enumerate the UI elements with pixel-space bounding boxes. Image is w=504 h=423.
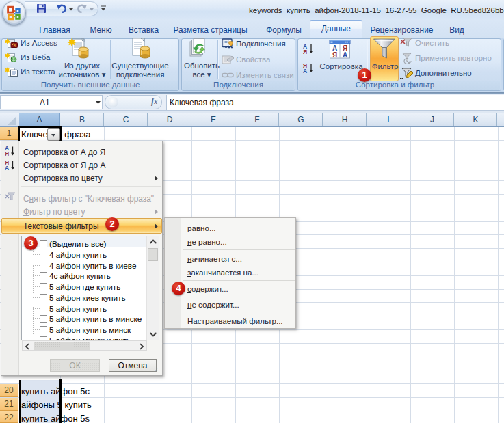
svg-text:Я: Я: [303, 49, 307, 55]
svg-text:Я: Я: [5, 150, 9, 156]
svg-text:А: А: [343, 51, 347, 59]
svg-text:Я: Я: [332, 51, 337, 59]
svg-text:А: А: [5, 165, 9, 171]
svg-text:А: А: [303, 68, 307, 74]
